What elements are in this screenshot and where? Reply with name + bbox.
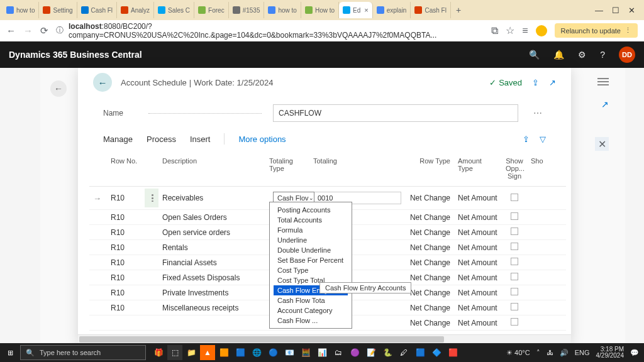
user-avatar[interactable]: DD [619,47,635,63]
dropdown-item[interactable]: Cost Type [274,265,348,275]
opposite-sign-checkbox[interactable] [511,288,518,295]
browser-tab[interactable]: Cash Fl [77,2,117,18]
name-more-icon[interactable]: ⋯ [530,108,546,118]
dropdown-item[interactable]: Double Underline [274,245,348,255]
browser-tab-bar: how toSettingCash FlAnalyzSales CForec#1… [0,0,644,20]
schedule-table: Row No. Description TotalingType Totalin… [78,151,571,334]
url-box[interactable]: ⓘ localhost:8080/BC200/?company=CRONUS%2… [56,22,484,40]
opposite-sign-checkbox[interactable] [511,258,518,265]
opposite-sign-checkbox[interactable] [511,318,518,326]
notifications-icon[interactable]: 🔔 [553,50,564,60]
taskbar-apps[interactable]: 🎁⬚📁▲🟧🟦🌐🔵📧🧮📊🗂🟣📝🐍🖊🟦🔷🟥 [151,345,460,360]
dropdown-item[interactable]: Formula [274,225,348,235]
share-page-icon[interactable]: ⇪ [523,134,530,144]
browser-tab[interactable]: how to [3,2,39,18]
relaunch-button[interactable]: Relaunch to update⋮ [555,23,638,38]
table-header: Row No. Description TotalingType Totalin… [89,151,566,187]
volume-icon[interactable]: 🔊 [560,349,569,357]
opposite-sign-checkbox[interactable] [511,303,518,310]
browser-tab[interactable]: Analyz [117,2,154,18]
settings-gear-icon[interactable]: ⚙ [578,50,586,60]
browser-address-bar: ← → ⟳ ⓘ localhost:8080/BC200/?company=CR… [0,20,644,41]
card-toolbar: Manage Process Insert More options ⇪ ▽ [78,124,571,151]
nav-reload-icon[interactable]: ⟳ [40,25,48,36]
window-close-icon[interactable]: ✕ [628,6,635,15]
name-label: Name [103,109,137,118]
browser-tab[interactable]: #1535 [229,2,265,18]
saved-indicator: ✓ Saved [489,78,522,87]
search-icon: 🔍 [26,349,35,357]
weather-widget[interactable]: ☀ 40°C [506,349,530,357]
tray-chevron-icon[interactable]: ˄ [536,349,540,357]
app-title: Dynamics 365 Business Central [9,50,142,60]
dropdown-item[interactable]: Posting Accounts [274,205,348,215]
action-center-icon[interactable]: 💬 [630,349,639,357]
reading-list-icon[interactable]: ≡ [522,25,528,36]
process-button[interactable]: Process [147,134,176,144]
dropdown-tooltip: Cash Flow Entry Accounts [319,282,411,293]
browser-tab[interactable]: How to [301,2,339,18]
totaling-type-dropdown[interactable]: Posting AccountsTotal AccountsFormulaUnd… [269,202,352,329]
taskbar-search[interactable]: 🔍 Type here to search [20,345,146,360]
browser-tab[interactable]: Forec [194,2,229,18]
network-icon[interactable]: 🖧 [547,349,553,356]
window-maximize-icon[interactable]: ☐ [612,6,619,15]
new-tab-button[interactable]: + [451,5,466,15]
bookmark-star-icon[interactable]: ☆ [506,25,514,36]
language-indicator[interactable]: ENG [575,349,590,356]
more-options-button[interactable]: More options [238,134,286,144]
card-back-button[interactable]: ← [93,73,112,92]
dropdown-item[interactable]: Set Base For Percent [274,255,348,265]
dropdown-item[interactable]: Account Category [274,305,348,315]
insert-button[interactable]: Insert [190,134,211,144]
account-schedule-card: ← Account Schedule|Work Date: 1/25/2024 … [78,68,571,343]
name-input[interactable] [273,104,518,122]
browser-tab[interactable]: Cash Fl [411,2,450,18]
horizontal-scrollbar[interactable] [78,334,571,343]
table-row[interactable]: → R10 Receivables Cash Flov⌄Posting Acco… [89,187,566,210]
app-header: Dynamics 365 Business Central 🔍 🔔 ⚙ ? DD [0,41,644,68]
help-icon[interactable]: ? [600,50,605,60]
opposite-sign-checkbox[interactable] [511,228,518,235]
dropdown-item[interactable]: Cash Flow ... [274,315,348,326]
row-menu-icon[interactable] [148,191,156,205]
opposite-sign-checkbox[interactable] [511,212,518,220]
panel-back-icon[interactable]: ← [50,80,67,97]
breadcrumb: Account Schedule|Work Date: 1/25/2024 [121,78,273,87]
panel-menu-icon[interactable] [597,78,609,87]
start-button[interactable]: ⊞ [0,349,20,357]
opposite-sign-checkbox[interactable] [511,273,518,280]
install-app-icon[interactable]: ⧉ [491,25,498,36]
opposite-sign-checkbox[interactable] [511,194,518,201]
share-icon[interactable]: ⇪ [532,78,539,87]
panel-expand-icon[interactable]: ↗ [601,99,609,109]
fullscreen-icon[interactable]: ↗ [549,78,556,87]
browser-tab[interactable]: Sales C [154,2,194,18]
page-background: ← ↗ ✕ ← Account Schedule|Work Date: 1/25… [0,68,644,343]
dropdown-item[interactable]: Total Accounts [274,215,348,225]
dropdown-item[interactable]: Underline [274,235,348,245]
nav-forward-icon[interactable]: → [23,25,33,36]
browser-tab[interactable]: how to [264,2,301,18]
search-icon[interactable]: 🔍 [529,50,540,60]
browser-tab[interactable]: explain [373,2,411,18]
manage-button[interactable]: Manage [103,134,133,144]
nav-back-icon[interactable]: ← [6,25,16,36]
dropdown-item[interactable]: Cash Flow Tota [274,295,348,305]
panel-close-icon[interactable]: ✕ [595,137,609,151]
site-info-icon[interactable]: ⓘ [56,25,64,36]
browser-tab[interactable]: Setting [39,2,77,18]
opposite-sign-checkbox[interactable] [511,243,518,250]
profile-icon[interactable] [536,25,547,36]
filter-icon[interactable]: ▽ [540,134,546,144]
window-minimize-icon[interactable]: — [595,6,603,15]
browser-tab[interactable]: Ed× [339,2,373,18]
clock[interactable]: 3:18 PM4/29/2024 [596,346,625,359]
windows-taskbar: ⊞ 🔍 Type here to search 🎁⬚📁▲🟧🟦🌐🔵📧🧮📊🗂🟣📝🐍🖊… [0,343,644,362]
